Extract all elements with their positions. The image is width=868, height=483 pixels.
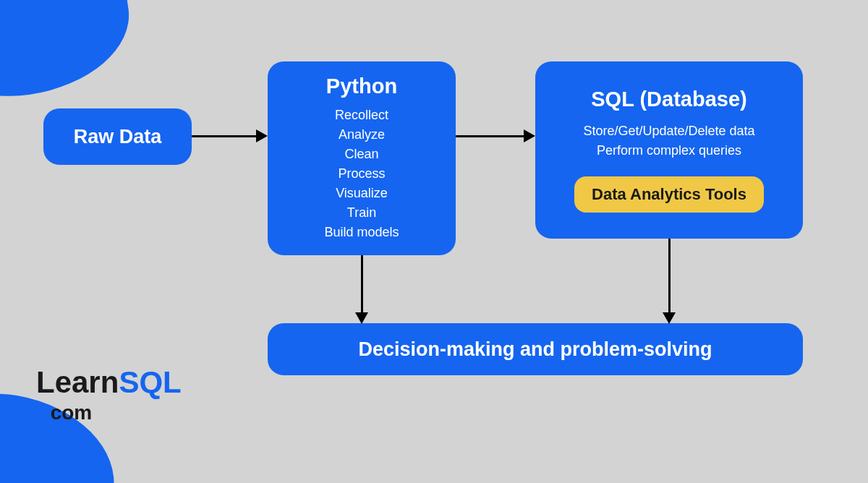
logo-com: com	[45, 401, 92, 424]
arrow-python-sql	[456, 135, 524, 137]
node-python: Python Recollect Analyze Clean Process V…	[268, 61, 456, 255]
python-item: Process	[324, 164, 399, 184]
arrow-rawdata-python	[192, 135, 257, 137]
python-item: Recollect	[324, 106, 399, 125]
data-analytics-tools-badge: Data Analytics Tools	[574, 176, 764, 213]
python-item: Clean	[324, 145, 399, 164]
python-item: Visualize	[324, 184, 399, 203]
python-item: Build models	[324, 223, 399, 242]
arrowhead-sql-decision	[663, 312, 676, 324]
logo-com-line: • com	[36, 397, 182, 425]
node-sql: SQL (Database) Store/Get/Update/Delete d…	[535, 61, 803, 239]
sql-items: Store/Get/Update/Delete data Perform com…	[583, 121, 754, 161]
arrowhead-python-decision	[355, 312, 368, 324]
logo-main-text: LearnSQL	[36, 365, 182, 400]
logo-sql: SQL	[119, 365, 181, 399]
sql-title: SQL (Database)	[591, 87, 746, 111]
sql-item: Perform complex queries	[583, 141, 754, 161]
arrow-sql-decision	[668, 239, 671, 313]
learnsql-logo: LearnSQL • com	[36, 365, 182, 425]
badge-label: Data Analytics Tools	[592, 185, 746, 203]
arrowhead-rawdata-python	[256, 129, 268, 142]
python-items: Recollect Analyze Clean Process Visualiz…	[324, 106, 399, 242]
python-title: Python	[326, 74, 397, 98]
arrow-python-decision	[361, 255, 363, 313]
raw-data-title: Raw Data	[74, 126, 162, 148]
logo-learn: Learn	[36, 365, 119, 399]
logo-dot: •	[36, 397, 45, 424]
python-item: Analyze	[324, 125, 399, 145]
python-item: Train	[324, 203, 399, 223]
sql-item: Store/Get/Update/Delete data	[583, 121, 754, 141]
decision-title: Decision-making and problem-solving	[358, 338, 712, 361]
node-decision: Decision-making and problem-solving	[268, 323, 803, 375]
arrowhead-python-sql	[524, 129, 535, 142]
node-raw-data: Raw Data	[43, 108, 192, 165]
wave-top-decoration	[0, 0, 138, 108]
